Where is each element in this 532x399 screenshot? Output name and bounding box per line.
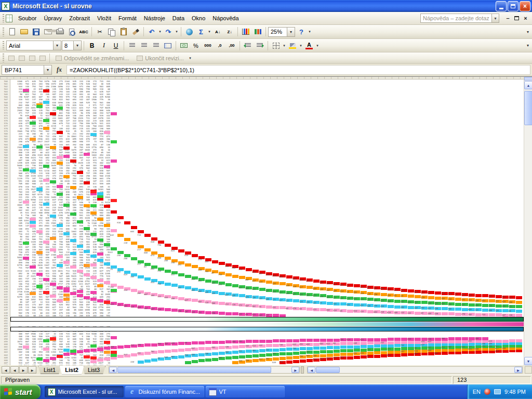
- menu-item[interactable]: Formát: [115, 13, 140, 23]
- menu-item[interactable]: Úpravy: [40, 13, 65, 23]
- show-comment-button[interactable]: [37, 54, 47, 62]
- horizontal-scrollbar-left[interactable]: ◀ ▶: [109, 366, 300, 374]
- maximize-button[interactable]: [508, 1, 518, 11]
- close-button[interactable]: ×: [520, 1, 530, 11]
- bold-button[interactable]: B: [86, 41, 98, 51]
- underline-button[interactable]: U: [110, 41, 122, 51]
- menu-item[interactable]: Zobrazit: [65, 13, 94, 23]
- chart-wizard-button[interactable]: [240, 26, 251, 37]
- toolbar-grip[interactable]: [3, 54, 4, 62]
- align-center-button[interactable]: [138, 41, 150, 51]
- taskbar-task-button[interactable]: XMicrosoft Excel - sl ur...: [45, 386, 124, 397]
- hscroll2-right-button[interactable]: ▶: [514, 367, 522, 373]
- toolbar-grip[interactable]: [3, 28, 4, 36]
- taskbar-task-button[interactable]: VT: [206, 386, 285, 397]
- sheet-canvas[interactable]: 4468 1353 944 344 314 58 196 320 232 804…: [10, 79, 524, 366]
- cut-button[interactable]: ✂: [94, 26, 105, 37]
- toolbar-grip[interactable]: [3, 41, 4, 50]
- scroll-up-button[interactable]: ▲: [524, 81, 532, 89]
- hscroll2-thumb[interactable]: [316, 367, 340, 373]
- hyperlink-button[interactable]: [183, 26, 195, 37]
- decrease-indent-button[interactable]: [242, 41, 254, 51]
- help-button[interactable]: ?: [296, 26, 307, 37]
- hscroll2-left-button[interactable]: ◀: [308, 367, 315, 373]
- menu-item[interactable]: Data: [169, 13, 188, 23]
- sort-descending-button[interactable]: Z↓: [224, 26, 235, 37]
- borders-button[interactable]: [270, 41, 282, 51]
- menu-item[interactable]: Nápověda: [209, 13, 242, 23]
- help-dropdown[interactable]: ▾: [308, 30, 312, 34]
- copy-button[interactable]: [106, 26, 117, 37]
- menu-item[interactable]: Vložit: [94, 13, 115, 23]
- hscroll-left-thumb[interactable]: [117, 367, 271, 373]
- font-color-button[interactable]: A: [303, 41, 315, 51]
- dropdown-arrow-icon[interactable]: ▾: [491, 14, 499, 22]
- new-comment-button[interactable]: [6, 54, 16, 62]
- font-size-dropdown[interactable]: ▾: [73, 41, 81, 50]
- align-left-button[interactable]: [126, 41, 138, 51]
- next-comment-button[interactable]: [27, 54, 37, 62]
- vertical-scrollbar[interactable]: ▲ ▼: [524, 77, 532, 366]
- first-sheet-button[interactable]: ◀: [2, 366, 10, 374]
- paste-button[interactable]: [118, 26, 129, 37]
- last-sheet-button[interactable]: ▶: [28, 366, 36, 374]
- taskbar-task-button[interactable]: eDiskuzní fórum Financ...: [125, 386, 204, 397]
- autosum-dropdown[interactable]: ▾: [207, 30, 211, 34]
- fill-color-button[interactable]: [287, 41, 298, 51]
- minimize-button[interactable]: [496, 1, 507, 11]
- autosum-button[interactable]: Σ: [195, 26, 207, 37]
- merge-center-button[interactable]: [162, 41, 174, 51]
- mail-button[interactable]: [42, 26, 54, 37]
- row-headers[interactable]: 560 561 562 563 564 565 566 567 568 569 …: [0, 79, 10, 366]
- print-preview-button[interactable]: [66, 26, 77, 37]
- currency-button[interactable]: [178, 41, 190, 51]
- font-color-dropdown[interactable]: ▾: [315, 44, 320, 48]
- comma-style-button[interactable]: 000: [202, 41, 214, 51]
- undo-button[interactable]: ↶: [146, 26, 157, 37]
- horizontal-scrollbar-right[interactable]: ◀ ▶: [307, 366, 523, 374]
- fill-color-dropdown[interactable]: ▾: [299, 44, 303, 48]
- menu-item[interactable]: Okno: [188, 13, 209, 23]
- insert-function-button[interactable]: fx: [52, 66, 66, 74]
- name-box-dropdown[interactable]: ▾: [44, 65, 52, 75]
- previous-comment-button[interactable]: [17, 54, 26, 62]
- decrease-decimal-button[interactable]: ,00: [226, 41, 237, 51]
- workbook-restore-button[interactable]: [512, 15, 521, 22]
- save-button[interactable]: [30, 26, 42, 37]
- sheet-tab[interactable]: List3: [82, 366, 105, 374]
- formula-input[interactable]: =ZAOKROUHLIT((BP$2*10*C741-3*BP$2*10),1): [66, 65, 530, 75]
- alert-tray-icon[interactable]: [484, 389, 490, 395]
- new-button[interactable]: [6, 26, 18, 37]
- previous-sheet-button[interactable]: ◀: [10, 366, 19, 374]
- vertical-split-handle[interactable]: [524, 77, 532, 81]
- redo-dropdown[interactable]: ▾: [175, 30, 179, 34]
- increase-indent-button[interactable]: [254, 41, 265, 51]
- sheet-tab[interactable]: List1: [38, 366, 61, 374]
- network-tray-icon[interactable]: [494, 389, 501, 394]
- font-size-combo[interactable]: 8 ▾: [62, 41, 82, 50]
- menu-item[interactable]: Soubor: [15, 13, 40, 23]
- scroll-down-button[interactable]: ▼: [524, 357, 532, 365]
- zoom-dropdown[interactable]: ▾: [287, 28, 295, 36]
- language-indicator[interactable]: EN: [473, 389, 481, 395]
- toolbar-options-button[interactable]: ▾: [525, 30, 531, 34]
- name-box[interactable]: BP741: [2, 65, 44, 75]
- menu-item[interactable]: Nástroje: [140, 13, 169, 23]
- italic-button[interactable]: I: [98, 41, 110, 51]
- hscroll-left-button[interactable]: ◀: [109, 367, 117, 373]
- sheet-tab[interactable]: List2: [59, 366, 84, 375]
- reviewing-toolbar-options[interactable]: ▾: [188, 56, 192, 60]
- pane-split-divider[interactable]: [301, 366, 304, 374]
- print-button[interactable]: [54, 26, 65, 37]
- workbook-minimize-button[interactable]: –: [503, 15, 512, 22]
- hscroll-right-button[interactable]: ▶: [291, 367, 299, 373]
- toolbar-options-button[interactable]: ▾: [525, 43, 531, 48]
- spelling-button[interactable]: ABC: [78, 26, 89, 37]
- increase-decimal-button[interactable]: ,0: [214, 41, 225, 51]
- align-right-button[interactable]: [150, 41, 162, 51]
- redo-button[interactable]: ↷: [163, 26, 174, 37]
- start-button[interactable]: start: [0, 384, 41, 399]
- font-name-dropdown[interactable]: ▾: [53, 41, 61, 50]
- end-review-button[interactable]: Ukončit revizi...: [133, 55, 188, 61]
- drawing-button[interactable]: [252, 26, 263, 37]
